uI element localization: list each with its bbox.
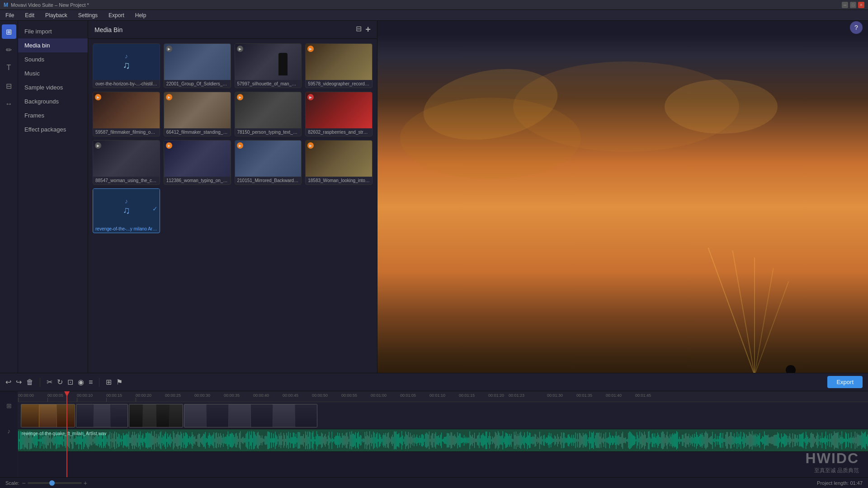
menu-help[interactable]: Help xyxy=(133,11,148,19)
help-button[interactable]: ? xyxy=(850,21,863,34)
svg-rect-813 xyxy=(786,435,786,446)
undo-button[interactable]: ↩ xyxy=(5,378,11,386)
svg-rect-401 xyxy=(397,434,397,446)
menu-settings[interactable]: Settings xyxy=(76,11,99,19)
svg-rect-76 xyxy=(90,436,90,445)
delete-button[interactable]: 🗑 xyxy=(26,378,33,386)
svg-rect-217 xyxy=(223,434,223,447)
media-item-video-5[interactable]: ▶ 66412_filmmaker_standing_on_a_rock_fil… xyxy=(164,92,231,136)
menu-export[interactable]: Export xyxy=(107,11,126,19)
timeline-body: ⊞ ♪ 00:00:00 00:00:05 00:00:10 00:00:15 … xyxy=(0,391,868,477)
svg-rect-680 xyxy=(660,437,660,443)
svg-rect-630 xyxy=(613,436,613,444)
media-item-audio-2[interactable]: ♪ ♫ ✓ revenge-of-the-...y milano Artlist… xyxy=(93,188,160,233)
watermark-main-text: HWIDC xyxy=(806,450,859,467)
media-item-video-2[interactable]: ▶ 57997_silhouette_of_man_watching_a_mo.… xyxy=(235,43,302,88)
svg-rect-614 xyxy=(598,433,599,447)
media-item-video-11[interactable]: ▶ 18583_Woman_looking_into_the_mirror_by… xyxy=(305,140,373,185)
media-item-video-9[interactable]: ▶ 112386_woman_typing_on_a_lap_top_in_a.… xyxy=(164,140,231,185)
sidebar-item-sample-videos[interactable]: Sample videos xyxy=(18,80,88,94)
video-clip-4[interactable] xyxy=(184,404,317,427)
svg-rect-523 xyxy=(512,439,512,442)
export-button[interactable]: Export xyxy=(827,376,863,388)
svg-rect-265 xyxy=(269,432,269,449)
media-item-video-1[interactable]: ▶ 22001_Group_Of_Soldiers_In_Abandoned_.… xyxy=(164,43,231,88)
svg-rect-660 xyxy=(642,432,642,448)
ruler-mark-20: 00:01:40 xyxy=(606,393,622,398)
track-controls-icon-1[interactable]: ⊞ xyxy=(6,402,12,409)
media-item-video-4[interactable]: ▶ 59587_filmmaker_filming_ocean_from_cli… xyxy=(93,92,160,136)
svg-rect-220 xyxy=(226,436,226,444)
svg-rect-131 xyxy=(142,435,142,445)
filter-button[interactable]: ⊟ xyxy=(356,24,362,35)
svg-rect-66 xyxy=(80,436,81,445)
svg-rect-849 xyxy=(820,436,820,445)
menu-playback[interactable]: Playback xyxy=(43,11,69,19)
zoom-in-icon[interactable]: + xyxy=(84,479,87,487)
crop-button[interactable]: ⊡ xyxy=(67,378,73,386)
svg-rect-445 xyxy=(439,435,439,445)
svg-rect-641 xyxy=(623,438,624,443)
list-button[interactable]: ≡ xyxy=(89,378,93,386)
svg-rect-884 xyxy=(853,436,854,444)
svg-rect-270 xyxy=(273,434,274,447)
svg-rect-840 xyxy=(811,432,812,448)
icon-home[interactable]: ⊞ xyxy=(2,24,16,39)
svg-rect-35 xyxy=(51,439,52,441)
icon-text[interactable]: T xyxy=(2,61,16,75)
maximize-button[interactable]: □ xyxy=(850,2,856,8)
media-item-video-8[interactable]: ▶ 88547_woman_using_the_computer_with_h xyxy=(93,140,160,185)
svg-rect-746 xyxy=(722,433,723,448)
svg-rect-336 xyxy=(335,436,336,445)
close-button[interactable]: ✕ xyxy=(858,2,864,8)
track-controls-icon-2[interactable]: ♪ xyxy=(7,427,10,435)
sidebar-item-sounds[interactable]: Sounds xyxy=(18,52,88,66)
svg-rect-666 xyxy=(647,438,647,443)
repeat-button[interactable]: ↻ xyxy=(57,378,63,386)
svg-rect-604 xyxy=(589,437,589,443)
redo-button[interactable]: ↪ xyxy=(16,378,22,386)
media-item-video-7[interactable]: ▶ 82602_raspberries_and_strawberries_in_… xyxy=(305,92,373,136)
sidebar-item-music[interactable]: Music xyxy=(18,66,88,80)
cut-button[interactable]: ✂ xyxy=(47,378,52,386)
sidebar-item-effect-packages[interactable]: Effect packages xyxy=(18,122,88,136)
menu-edit[interactable]: Edit xyxy=(23,11,36,19)
menu-file[interactable]: File xyxy=(4,11,16,19)
minimize-button[interactable]: ─ xyxy=(842,2,848,8)
svg-rect-537 xyxy=(525,438,526,443)
sidebar-item-media-bin[interactable]: Media bin xyxy=(18,38,88,52)
sidebar-item-file-import[interactable]: File import xyxy=(18,24,88,38)
insert-clip-button[interactable]: ⊞ xyxy=(106,378,112,386)
media-label-video-11: 18583_Woman_looking_into_the_mirror_by..… xyxy=(306,177,372,184)
svg-rect-233 xyxy=(238,439,239,442)
svg-rect-305 xyxy=(306,435,307,446)
media-item-video-6[interactable]: ▶ 78150_person_typing_text_on_a_laptop_c… xyxy=(235,92,302,136)
sidebar-item-backgrounds[interactable]: Backgrounds xyxy=(18,94,88,108)
icon-filter[interactable]: ⊟ xyxy=(2,79,16,93)
svg-rect-782 xyxy=(757,436,757,444)
zoom-out-icon[interactable]: − xyxy=(22,479,26,487)
svg-rect-209 xyxy=(216,433,216,448)
icon-transition[interactable]: ↔ xyxy=(2,97,16,111)
svg-rect-239 xyxy=(244,438,244,442)
add-media-button[interactable]: + xyxy=(365,24,371,35)
titlebar-controls[interactable]: ─ □ ✕ xyxy=(842,2,864,8)
color-button[interactable]: ◉ xyxy=(78,378,84,386)
icon-edit[interactable]: ✏ xyxy=(2,42,16,57)
video-clip-2[interactable] xyxy=(76,404,128,427)
video-clip-3[interactable] xyxy=(129,404,183,427)
svg-rect-267 xyxy=(270,438,271,442)
media-item-audio-1[interactable]: ♪ ♫ over-the-horizon-by-...-chistilin Ar… xyxy=(93,43,160,88)
flag-button[interactable]: ⚑ xyxy=(116,378,123,386)
svg-rect-385 xyxy=(382,439,382,442)
media-item-video-3[interactable]: ▶ 59578_videographer_recording_while_wal… xyxy=(305,43,373,88)
svg-rect-289 xyxy=(291,437,292,443)
sidebar-item-frames[interactable]: Frames xyxy=(18,108,88,122)
media-thumb-video-3: ▶ xyxy=(306,44,372,80)
timeline-playhead[interactable] xyxy=(66,391,67,477)
scale-slider[interactable] xyxy=(28,482,82,484)
svg-rect-299 xyxy=(301,436,301,445)
scale-slider-handle[interactable] xyxy=(49,480,55,486)
media-item-video-10[interactable]: ▶ 210151_Mirrored_Backwards_Skyline_City… xyxy=(235,140,302,185)
svg-rect-636 xyxy=(619,435,619,446)
